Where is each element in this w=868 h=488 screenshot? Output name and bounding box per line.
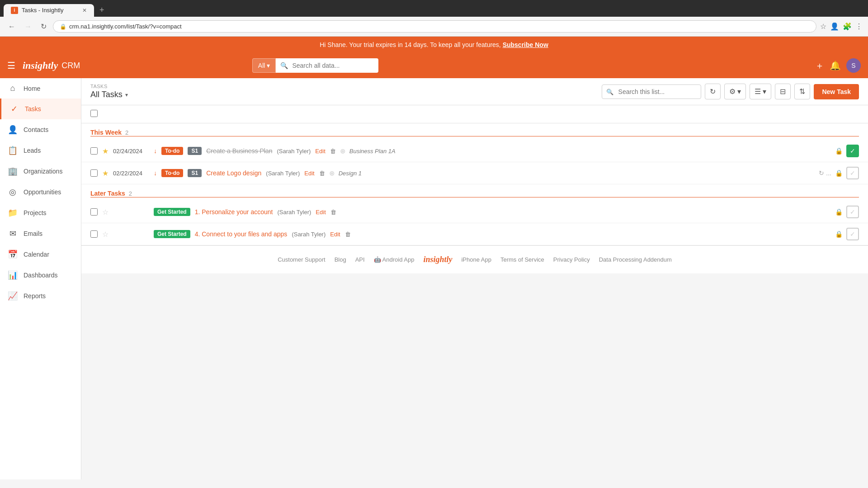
crm-label: CRM [61,61,80,70]
sidebar-item-opportunities[interactable]: ◎ Opportunities [0,182,81,202]
task1-lock-icon[interactable]: 🔒 [835,147,843,155]
task1-checkbox[interactable] [90,147,98,155]
task3-edit-link[interactable]: Edit [316,209,326,216]
sidebar-item-leads[interactable]: 📋 Leads [0,140,81,161]
leads-icon: 📋 [7,145,18,155]
sidebar-label-dashboards: Dashboards [24,272,58,279]
task3-name-link[interactable]: 1. Personalize your account [195,208,273,216]
task1-edit-link[interactable]: Edit [315,148,325,155]
refresh-list-button[interactable]: ↻ [705,84,721,99]
filter-button[interactable]: ⊟ [775,84,791,99]
task2-right-actions: ↻ ... 🔒 ✓ [819,167,859,179]
task4-complete-button[interactable]: ✓ [846,228,859,240]
sidebar-item-projects[interactable]: 📁 Projects [0,202,81,223]
task3-right-actions: 🔒 ✓ [835,206,859,218]
sidebar-item-emails[interactable]: ✉ Emails [0,223,81,244]
task2-star-icon[interactable]: ★ [102,169,108,178]
task2-lock-icon[interactable]: 🔒 [835,169,843,177]
extensions-icon[interactable]: 🧩 [843,22,852,31]
bookmark-star-icon[interactable]: ☆ [820,22,826,31]
table-row: ★ 02/22/2024 ↓ To-do S1 Create Logo desi… [81,162,868,184]
organizations-icon: 🏢 [7,166,18,176]
sidebar-label-leads: Leads [24,147,41,154]
later-tasks-title: Later Tasks 2 [90,190,859,197]
tasks-section-label: TASKS [90,84,128,89]
sidebar-item-home[interactable]: ⌂ Home [0,78,81,99]
more-options-icon[interactable]: ⋮ [855,22,863,31]
address-bar[interactable]: 🔒 crm.na1.insightly.com/list/Task/?v=com… [53,20,816,33]
trial-banner: Hi Shane. Your trial expires in 14 days.… [0,37,868,53]
footer-terms-link[interactable]: Terms of Service [500,256,544,263]
sidebar-item-organizations[interactable]: 🏢 Organizations [0,161,81,182]
footer-android-label: Android App [382,256,415,263]
search-list-input[interactable] [602,84,701,99]
global-search-input[interactable] [276,58,378,73]
task3-star-icon[interactable]: ☆ [102,208,108,216]
tab-close-button[interactable]: ✕ [82,7,87,14]
android-icon: 🤖 [374,256,381,263]
task1-name-link[interactable]: Create a Business Plan [206,147,272,155]
task1-badge: To-do [161,147,183,155]
search-dropdown-arrow-icon: ▾ [267,62,270,69]
task3-checkbox[interactable] [90,208,98,216]
hamburger-menu-icon[interactable]: ☰ [7,60,15,71]
footer-iphone-app-link[interactable]: iPhone App [461,256,491,263]
footer-customer-support-link[interactable]: Customer Support [278,256,326,263]
task2-date: 02/22/2024 [113,170,149,177]
view-toggle-button[interactable]: ☰ ▾ [750,84,771,99]
sidebar-label-emails: Emails [24,230,42,237]
back-button[interactable]: ← [5,21,18,33]
profile-icon[interactable]: 👤 [830,22,839,31]
task2-name-link[interactable]: Create Logo design [206,169,261,177]
notifications-bell-icon[interactable]: 🔔 [830,60,841,71]
forward-button[interactable]: → [22,21,34,33]
footer-data-processing-link[interactable]: Data Processing Addendum [599,256,672,263]
task2-edit-link[interactable]: Edit [304,170,314,177]
task4-edit-link[interactable]: Edit [330,231,340,238]
task3-edit-icon: 🗑 [330,209,336,216]
task4-checkbox[interactable] [90,230,98,238]
browser-toolbar: ← → ↻ 🔒 crm.na1.insightly.com/list/Task/… [0,17,868,37]
task1-complete-button[interactable]: ✓ [846,145,859,157]
task2-edit-icon: 🗑 [319,170,325,177]
footer-privacy-link[interactable]: Privacy Policy [553,256,590,263]
new-task-button[interactable]: New Task [814,84,859,99]
task3-complete-button[interactable]: ✓ [846,206,859,218]
sidebar-item-tasks[interactable]: ✓ Tasks [0,99,81,119]
this-week-section-header: This Week 2 [81,123,868,140]
search-type-dropdown[interactable]: All ▾ [252,58,276,73]
task1-date: 02/24/2024 [113,148,149,155]
select-all-checkbox[interactable] [90,110,98,117]
task3-lock-icon[interactable]: 🔒 [835,208,843,216]
sort-button[interactable]: ⇅ [794,84,810,99]
reload-button[interactable]: ↻ [38,20,49,33]
task1-project-icon: ◎ [340,148,345,154]
sidebar-label-tasks: Tasks [25,105,41,113]
footer-iphone-label: iPhone App [461,256,491,263]
task2-checkbox[interactable] [90,169,98,177]
all-tasks-arrow-icon: ▾ [125,92,128,98]
footer-android-app-link[interactable]: 🤖 Android App [374,256,415,263]
footer-logo: insightly [423,255,452,264]
sidebar-item-contacts[interactable]: 👤 Contacts [0,119,81,140]
footer-api-link[interactable]: API [355,256,365,263]
footer-blog-link[interactable]: Blog [335,256,346,263]
new-tab-button[interactable]: + [96,4,108,17]
sidebar-item-calendar[interactable]: 📅 Calendar [0,244,81,265]
task4-name-link[interactable]: 4. Connect to your files and apps [195,230,288,238]
browser-tab-active[interactable]: i Tasks - Insightly ✕ [4,4,94,17]
settings-button[interactable]: ⚙ ▾ [724,84,746,99]
user-avatar[interactable]: S [846,58,861,73]
subscribe-now-link[interactable]: Subscribe Now [503,41,548,48]
sidebar-item-dashboards[interactable]: 📊 Dashboards [0,265,81,286]
task4-lock-icon[interactable]: 🔒 [835,230,843,238]
add-button-icon[interactable]: ＋ [815,60,824,72]
task1-star-icon[interactable]: ★ [102,147,108,155]
task2-reload-icon: ↻ ... [819,169,831,177]
all-tasks-dropdown[interactable]: All Tasks ▾ [90,90,128,99]
later-tasks-count: 2 [129,190,132,197]
sidebar-item-reports[interactable]: 📈 Reports [0,286,81,306]
task2-complete-button[interactable]: ✓ [846,167,859,179]
task4-star-icon[interactable]: ☆ [102,230,108,239]
sidebar-label-calendar: Calendar [24,251,49,258]
